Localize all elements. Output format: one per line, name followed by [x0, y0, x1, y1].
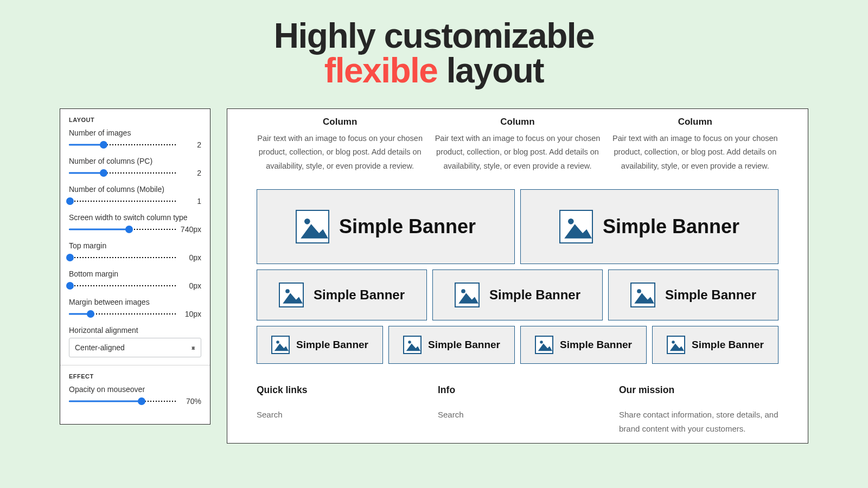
svg-point-4	[285, 289, 290, 293]
svg-point-10	[276, 341, 279, 344]
svg-marker-15	[538, 344, 552, 351]
banner-label: Simple Banner	[314, 287, 405, 303]
banner-row-large: Simple Banner Simple Banner	[257, 189, 778, 264]
column-title: Column	[257, 117, 423, 127]
footer-quick-links: Quick links Search	[257, 384, 416, 436]
slider-value: 10px	[182, 310, 201, 318]
slider-value: 0px	[182, 253, 201, 262]
column-body: Pair text with an image to focus on your…	[434, 132, 601, 173]
hero-line1: Highly customizable	[274, 16, 594, 55]
hero-headline: Highly customizable flexible layout	[0, 0, 868, 95]
control-label: Top margin	[69, 241, 201, 250]
slider-columns-pc[interactable]	[69, 169, 177, 177]
banner-item[interactable]: Simple Banner	[652, 326, 778, 364]
hero-after-accent: layout	[446, 51, 544, 90]
image-placeholder-icon	[630, 282, 655, 307]
svg-point-16	[672, 341, 675, 344]
banner-label: Simple Banner	[603, 215, 739, 238]
control-columns-mobile: Number of columns (Mobile) 1	[69, 185, 201, 206]
svg-marker-11	[275, 344, 289, 351]
banner-item[interactable]: Simple Banner	[520, 326, 647, 364]
banner-item[interactable]: Simple Banner	[432, 269, 603, 320]
footer-title: Info	[438, 384, 597, 396]
image-placeholder-icon	[455, 282, 480, 307]
svg-point-2	[568, 219, 574, 224]
slider-bottom-margin[interactable]	[69, 282, 177, 290]
banner-label: Simple Banner	[428, 339, 500, 351]
banner-row-small: Simple Banner Simple Banner Simple Banne…	[257, 326, 778, 364]
column-title: Column	[612, 117, 778, 127]
banner-item[interactable]: Simple Banner	[388, 326, 515, 364]
slider-value: 2	[182, 140, 201, 149]
banner-item[interactable]: Simple Banner	[608, 269, 778, 320]
control-label: Opacity on mouseover	[69, 385, 201, 394]
banner-item[interactable]: Simple Banner	[257, 269, 427, 320]
control-label: Margin between images	[69, 298, 201, 306]
banner-label: Simple Banner	[339, 215, 476, 238]
footer-body: Share contact information, store details…	[619, 408, 778, 436]
select-value: Center-aligned	[75, 343, 125, 352]
slider-value: 740px	[181, 225, 201, 234]
slider-value: 2	[182, 169, 201, 177]
svg-point-12	[408, 341, 411, 344]
preview-footer: Quick links Search Info Search Our missi…	[257, 384, 778, 436]
banner-item[interactable]: Simple Banner	[257, 326, 383, 364]
slider-columns-mobile[interactable]	[69, 197, 177, 205]
control-horizontal-alignment: Horizontal alignment Center-aligned ▴▾	[69, 326, 201, 357]
select-updown-icon: ▴▾	[192, 348, 195, 348]
control-label: Horizontal alignment	[69, 326, 201, 335]
svg-marker-1	[301, 224, 328, 239]
slider-breakpoint[interactable]	[69, 226, 176, 233]
svg-marker-5	[283, 293, 303, 304]
banner-label: Simple Banner	[692, 339, 764, 351]
settings-panel: LAYOUT Number of images 2 Number of colu…	[60, 108, 210, 425]
preview-text-column: Column Pair text with an image to focus …	[612, 117, 778, 173]
slider-opacity[interactable]	[69, 397, 177, 405]
control-number-of-images: Number of images 2	[69, 129, 201, 149]
control-image-gap: Margin between images 10px	[69, 298, 201, 318]
slider-value: 0px	[182, 281, 201, 290]
svg-marker-3	[564, 224, 592, 239]
control-label: Screen width to switch column type	[69, 213, 201, 222]
footer-link[interactable]: Search	[257, 408, 416, 422]
panel-divider	[60, 365, 210, 365]
control-bottom-margin: Bottom margin 0px	[69, 269, 201, 290]
footer-info: Info Search	[438, 384, 597, 436]
image-placeholder-icon	[296, 210, 329, 243]
banner-label: Simple Banner	[665, 287, 756, 303]
control-columns-pc: Number of columns (PC) 2	[69, 157, 201, 177]
section-title-effect: EFFECT	[69, 373, 201, 380]
banner-label: Simple Banner	[296, 339, 368, 351]
svg-marker-13	[406, 344, 420, 351]
svg-point-6	[461, 289, 465, 293]
banner-label: Simple Banner	[489, 287, 580, 303]
control-label: Number of columns (Mobile)	[69, 185, 201, 194]
column-body: Pair text with an image to focus on your…	[612, 132, 778, 173]
svg-point-14	[540, 341, 543, 344]
slider-top-margin[interactable]	[69, 254, 177, 261]
slider-image-gap[interactable]	[69, 310, 177, 318]
footer-title: Our mission	[619, 384, 778, 396]
live-preview: Column Pair text with an image to focus …	[227, 108, 808, 444]
hero-accent: flexible	[324, 51, 438, 90]
svg-marker-7	[458, 293, 478, 304]
image-placeholder-icon	[559, 210, 593, 243]
select-horizontal-alignment[interactable]: Center-aligned ▴▾	[69, 338, 201, 357]
svg-marker-9	[634, 293, 654, 304]
slider-value: 1	[182, 197, 201, 206]
preview-text-columns: Column Pair text with an image to focus …	[257, 117, 778, 173]
banner-item[interactable]: Simple Banner	[520, 189, 778, 264]
slider-number-of-images[interactable]	[69, 141, 177, 149]
svg-point-0	[304, 219, 310, 224]
svg-point-8	[637, 289, 641, 293]
image-placeholder-icon	[535, 336, 553, 354]
image-placeholder-icon	[279, 282, 304, 307]
banner-label: Simple Banner	[560, 339, 632, 351]
hero-title: Highly customizable flexible layout	[0, 18, 868, 88]
banner-item[interactable]: Simple Banner	[257, 189, 515, 264]
banner-row-medium: Simple Banner Simple Banner Simple Banne…	[257, 269, 778, 320]
slider-value: 70%	[182, 397, 201, 406]
image-placeholder-icon	[403, 336, 422, 354]
image-placeholder-icon	[271, 336, 290, 354]
footer-link[interactable]: Search	[438, 408, 597, 422]
